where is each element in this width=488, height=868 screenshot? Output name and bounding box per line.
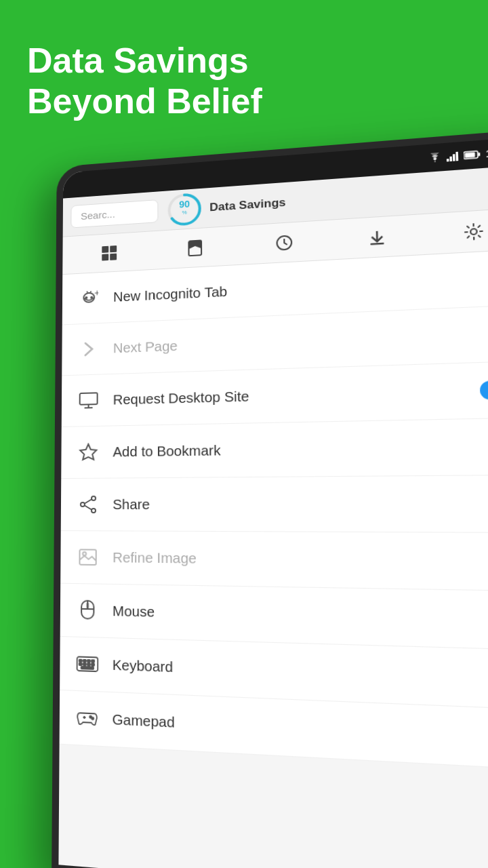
share-label: Share [113,496,150,512]
data-savings-label: Data Savings [209,195,286,214]
svg-rect-6 [479,153,481,156]
svg-rect-5 [465,152,475,157]
svg-text:+: + [94,290,98,298]
phone-screen: 12:30 Searc... [58,136,488,868]
svg-rect-44 [87,660,90,662]
search-bar[interactable]: Searc... [70,199,158,228]
header-title: Data Savings Beyond Belief [27,41,262,122]
svg-rect-13 [102,254,109,260]
menu-container: + New Incognito Tab Next Page [60,250,488,771]
svg-rect-43 [83,660,86,662]
signal-icon [447,151,460,162]
image-icon [77,546,98,568]
svg-marker-29 [80,444,96,460]
request-desktop-site-toggle[interactable] [480,380,488,399]
svg-rect-14 [110,253,117,260]
keyboard-icon [77,652,99,675]
svg-rect-45 [92,660,94,662]
share-icon [77,494,99,515]
svg-rect-12 [110,245,117,252]
data-savings-badge: 90 % Data Savings [167,184,286,227]
svg-point-31 [92,509,96,513]
svg-point-19 [470,229,477,235]
mouse-label: Mouse [113,603,155,620]
gamepad-icon [76,707,98,730]
svg-rect-18 [370,242,384,245]
status-time: 12:30 [485,146,488,159]
svg-line-34 [85,505,92,509]
menu-item-share[interactable]: Share [61,475,488,533]
bookmarks-icon[interactable] [183,236,207,260]
history-icon[interactable] [272,230,297,254]
svg-rect-50 [81,667,94,669]
svg-rect-49 [92,663,94,665]
downloads-icon[interactable] [364,224,390,250]
svg-text:%: % [182,209,186,215]
wifi-icon [428,153,443,163]
keyboard-label: Keyboard [113,657,173,675]
status-icons: 12:30 [428,146,488,163]
svg-rect-1 [450,157,453,161]
header-line2: Beyond Belief [27,81,262,122]
search-placeholder: Searc... [81,208,115,222]
svg-rect-3 [456,152,459,161]
svg-rect-46 [79,663,82,665]
new-incognito-tab-label: New Incognito Tab [113,283,227,304]
incognito-icon: + [78,287,100,309]
svg-text:90: 90 [179,199,190,210]
chevron-right-icon [78,338,100,361]
add-to-bookmark-label: Add to Bookmark [113,442,220,459]
circle-progress-svg: 90 % [167,191,203,227]
request-desktop-site-label: Request Desktop Site [113,389,249,408]
svg-point-30 [92,496,96,500]
data-savings-circle: 90 % [167,191,203,227]
svg-rect-42 [79,660,82,662]
svg-rect-47 [83,663,86,665]
desktop-icon [78,389,100,411]
menu-item-add-to-bookmark[interactable]: Add to Bookmark [61,418,488,479]
svg-line-23 [87,291,87,293]
svg-rect-0 [447,159,449,161]
star-icon [77,441,99,463]
next-page-label: Next Page [113,338,178,355]
battery-icon [464,150,481,159]
svg-point-32 [81,502,85,507]
phone-mockup: 12:30 Searc... [54,156,488,868]
phone-shell: 12:30 Searc... [52,127,488,868]
svg-point-54 [92,717,94,719]
svg-rect-2 [453,154,455,161]
mouse-icon [77,599,99,621]
svg-marker-16 [189,240,202,249]
svg-rect-26 [80,393,98,404]
svg-rect-11 [102,245,109,252]
header-line1: Data Savings [27,41,262,81]
refine-image-label: Refine Image [113,549,197,566]
svg-line-24 [90,291,91,293]
svg-line-33 [85,499,92,503]
tabs-icon[interactable] [98,241,121,264]
settings-icon[interactable] [460,218,487,244]
svg-rect-48 [87,663,90,665]
gamepad-label: Gamepad [113,711,175,731]
menu-item-refine-image[interactable]: Refine Image [60,531,488,591]
